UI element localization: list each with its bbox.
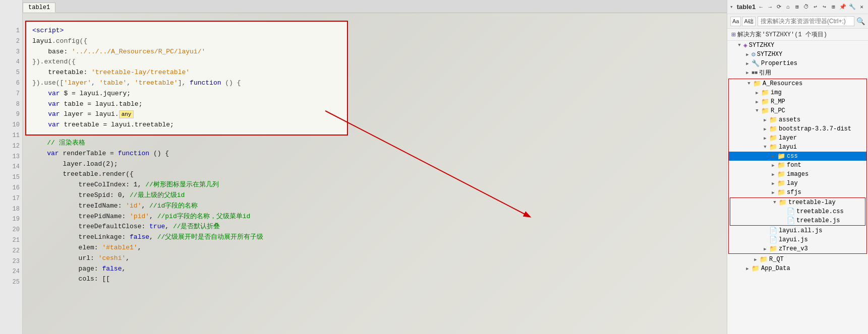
tree-item-properties[interactable]: ▶ 🔧 Properties (727, 59, 868, 68)
tree-item-img[interactable]: ▶ 📁 img (729, 88, 866, 97)
tree-item-layui[interactable]: ▼ 📁 layui (729, 143, 866, 152)
tree-item-layuialljs[interactable]: ▶ 📄 layui.all.js (729, 226, 866, 235)
expand-rqt[interactable]: ▶ (751, 255, 760, 263)
item-label-layui: layui (779, 144, 797, 151)
expand-svcref[interactable]: ▶ (743, 50, 751, 58)
item-label-assets: assets (779, 116, 800, 123)
tree-item-sytzhxy[interactable]: ▼ ◈ SYTZHXY (727, 41, 868, 50)
toolbar-close-btn[interactable]: ✕ (858, 2, 865, 12)
item-label-font: font (787, 162, 801, 169)
expand-yinyong[interactable]: ▶ (743, 69, 751, 77)
expand-font[interactable]: ▶ (769, 161, 777, 169)
code-line: treeLinkage: false, //父级展开时是否自动展开所有子级 (31, 232, 718, 243)
solution-icon: ⊞ (731, 30, 735, 39)
toolbar-clock-btn[interactable]: ⏱ (802, 2, 810, 12)
code-tab[interactable]: table1 (23, 3, 55, 13)
item-label-layer: layer (779, 135, 797, 142)
solution-label: ⊞ 解决方案'SYTZHXY'(1 个项目) (727, 29, 868, 41)
expand-rmp[interactable]: ▶ (753, 98, 761, 106)
expand-assets[interactable]: ▶ (761, 116, 769, 124)
code-area: <script> layui.config({ base: '../../../… (23, 13, 727, 334)
folder-treetablelay-icon: 📁 (779, 198, 787, 207)
item-label-rpc: R_PC (771, 107, 785, 114)
tree-item-font[interactable]: ▶ 📁 font (729, 161, 866, 170)
toolbar-redo-btn[interactable]: ↪ (821, 2, 828, 12)
item-label-layuijs: layui.js (779, 236, 808, 243)
item-label-images: images (787, 171, 808, 178)
tree-item-bootstrap[interactable]: ▶ 📁 bootstrap-3.3.7-dist (729, 124, 866, 133)
js-file-icon: 📄 (787, 217, 795, 225)
toolbar-pin-btn[interactable]: 📌 (839, 2, 847, 12)
tree-item-treetablelay[interactable]: ▼ 📁 treetable-lay (730, 198, 865, 207)
expand-images[interactable]: ▶ (769, 170, 777, 178)
tree-item-layuijs[interactable]: ▶ 📄 layui.js (729, 235, 866, 244)
expand-appdata[interactable]: ▶ (743, 264, 751, 273)
tree-item-treetablecss[interactable]: ▶ 📄 treetable.css (730, 207, 865, 216)
expand-rpc[interactable]: ▼ (753, 107, 761, 115)
tree-item-sfjs[interactable]: ▶ 📁 sfjs (729, 188, 866, 197)
item-label-sfjs: sfjs (787, 189, 801, 196)
search-input[interactable] (758, 16, 854, 26)
tree-item-ztree[interactable]: ▶ 📁 zTree_v3 (729, 244, 866, 253)
folder-bootstrap-icon: 📁 (769, 125, 777, 133)
toolbar-settings-btn[interactable]: 🔧 (848, 2, 856, 12)
folder-css-icon: 📁 (777, 152, 785, 160)
item-label-css: css (787, 153, 798, 160)
toolbar-forward-btn[interactable]: → (766, 2, 774, 12)
code-line: var layer = layui.any (32, 109, 341, 120)
expand-layui[interactable]: ▼ (761, 143, 769, 151)
item-label-bootstrap: bootstrap-3.3.7-dist (779, 125, 851, 132)
expand-bootstrap[interactable]: ▶ (761, 125, 769, 133)
font-size-btn[interactable]: Aa (730, 17, 741, 26)
tree-item-aresources[interactable]: ▼ 📁 A_Resources (729, 79, 866, 88)
tab-bar: table1 (23, 0, 727, 13)
code-line: page: false, (31, 264, 718, 275)
expand-lay[interactable]: ▶ (769, 179, 777, 187)
folder-assets-icon: 📁 (769, 116, 777, 124)
service-ref-icon: ⚙ (751, 50, 756, 58)
code-line: elem: '#table1', (31, 243, 718, 253)
tree-item-images[interactable]: ▶ 📁 images (729, 170, 866, 179)
tree-item-rpc[interactable]: ▼ 📁 R_PC (729, 106, 866, 115)
tree-container: ▼ ◈ SYTZHXY ▶ ⚙ SYTZHXY ▶ 🔧 Properties (727, 41, 868, 334)
expand-aresources[interactable]: ▼ (745, 80, 753, 88)
tree-item-treetablejs[interactable]: ▶ 📄 treetable.js (730, 216, 865, 225)
expand-sytzhxy[interactable]: ▼ (735, 41, 743, 49)
toolbar-home-btn[interactable]: ⌂ (784, 2, 792, 12)
search-icon[interactable]: 🔍 (856, 17, 865, 26)
code-line: treePidName: 'pid', //pid字段的名称，父级菜单id (31, 212, 718, 222)
tree-item-lay[interactable]: ▶ 📁 lay (729, 179, 866, 188)
project-icon: ◈ (743, 41, 747, 49)
tree-item-layer[interactable]: ▶ 📁 layer (729, 133, 866, 143)
toolbar-more-btn[interactable]: ⊞ (830, 2, 837, 12)
tree-item-assets[interactable]: ▶ 📁 assets (729, 115, 866, 124)
search-options: Aa A础 (730, 17, 756, 26)
expand-sfjs[interactable]: ▶ (769, 188, 777, 196)
expand-img[interactable]: ▶ (753, 89, 761, 97)
code-line: var table = layui.table; (32, 99, 341, 110)
tree-item-css[interactable]: ▶ 📁 css (729, 152, 866, 161)
tree-item-yinyong[interactable]: ▶ ■■ 引用 (727, 68, 868, 78)
toolbar-bookmark-btn[interactable]: ⊞ (793, 2, 801, 12)
tree-item-rqt[interactable]: ▶ 📁 R_QT (727, 255, 868, 264)
toolbar-undo-btn[interactable]: ↩ (812, 2, 819, 12)
search-bar: Aa A础 🔍 (727, 14, 868, 29)
tree-item-rmp[interactable]: ▶ 📁 R_MP (729, 97, 866, 106)
expand-treetablelay[interactable]: ▼ (771, 198, 779, 207)
folder-sfjs-icon: 📁 (777, 188, 785, 196)
expand-css[interactable]: ▶ (769, 152, 777, 160)
tree-item-appdata[interactable]: ▶ 📁 App_Data (727, 264, 868, 273)
toolbar-back-btn[interactable]: ← (757, 2, 765, 12)
expand-ztree[interactable]: ▶ (761, 245, 769, 253)
item-label-properties: Properties (761, 60, 797, 67)
font-size-2-btn[interactable]: A础 (742, 17, 755, 26)
expand-properties[interactable]: ▶ (743, 59, 751, 68)
item-label-treetablejs: treetable.js (796, 217, 840, 224)
expand-layer[interactable]: ▶ (761, 134, 769, 142)
tree-item-service-references[interactable]: ▶ ⚙ SYTZHXY (727, 50, 868, 59)
toolbar-refresh-btn[interactable]: ⟳ (775, 2, 783, 12)
explorer-label: ▾ (730, 4, 733, 10)
folder-images-icon: 📁 (777, 170, 785, 178)
code-line: treetable.render({ (31, 169, 718, 180)
folder-rqt-icon: 📁 (760, 255, 768, 263)
